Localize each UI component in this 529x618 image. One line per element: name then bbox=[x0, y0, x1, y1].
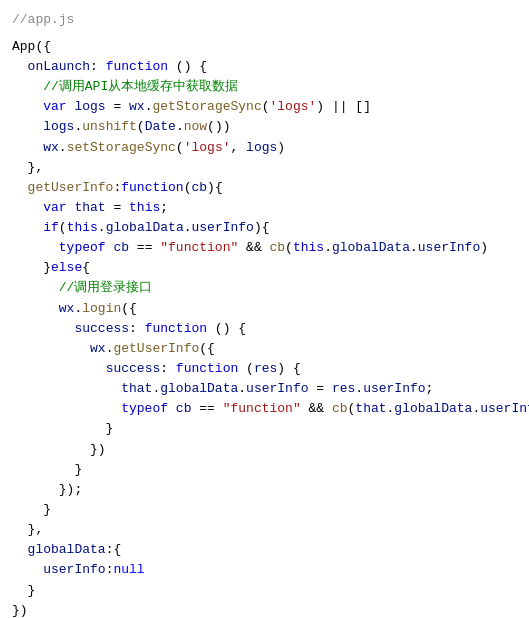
code-container: //app.js App({ onLaunch: function () { /… bbox=[0, 0, 529, 618]
code-line-29: }) bbox=[12, 601, 517, 618]
code-line-26: globalData:{ bbox=[12, 540, 517, 560]
code-line-27: userInfo:null bbox=[12, 560, 517, 580]
code-line-12: }else{ bbox=[12, 258, 517, 278]
code-line-17: success: function (res) { bbox=[12, 359, 517, 379]
code-line-22: } bbox=[12, 460, 517, 480]
code-line-19: typeof cb == "function" && cb(that.globa… bbox=[12, 399, 517, 419]
code-line-3: //调用API从本地缓存中获取数据 bbox=[12, 77, 517, 97]
code-line-2: onLaunch: function () { bbox=[12, 57, 517, 77]
file-path: //app.js bbox=[0, 8, 529, 37]
code-line-10: if(this.globalData.userInfo){ bbox=[12, 218, 517, 238]
code-line-6: wx.setStorageSync('logs', logs) bbox=[12, 138, 517, 158]
code-line-16: wx.getUserInfo({ bbox=[12, 339, 517, 359]
code-line-15: success: function () { bbox=[12, 319, 517, 339]
code-line-5: logs.unshift(Date.now()) bbox=[12, 117, 517, 137]
code-line-28: } bbox=[12, 581, 517, 601]
code-line-14: wx.login({ bbox=[12, 299, 517, 319]
code-line-23: }); bbox=[12, 480, 517, 500]
code-line-18: that.globalData.userInfo = res.userInfo; bbox=[12, 379, 517, 399]
code-line-21: }) bbox=[12, 440, 517, 460]
code-line-4: var logs = wx.getStorageSync('logs') || … bbox=[12, 97, 517, 117]
code-block: App({ onLaunch: function () { //调用API从本地… bbox=[0, 37, 529, 618]
code-line-25: }, bbox=[12, 520, 517, 540]
code-line-24: } bbox=[12, 500, 517, 520]
code-line-11: typeof cb == "function" && cb(this.globa… bbox=[12, 238, 517, 258]
code-line-1: App({ bbox=[12, 37, 517, 57]
code-line-13: //调用登录接口 bbox=[12, 278, 517, 298]
code-line-9: var that = this; bbox=[12, 198, 517, 218]
code-line-7: }, bbox=[12, 158, 517, 178]
code-line-20: } bbox=[12, 419, 517, 439]
code-line-8: getUserInfo:function(cb){ bbox=[12, 178, 517, 198]
